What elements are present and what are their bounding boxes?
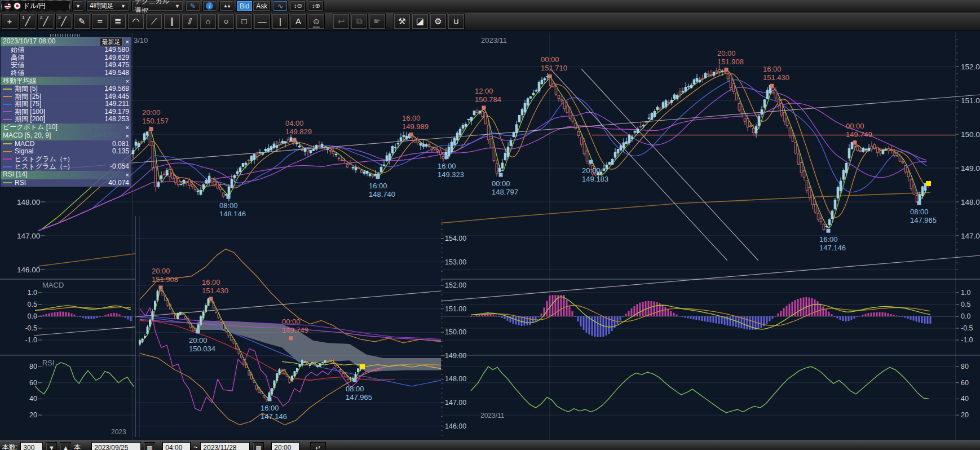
panel-drag-handle[interactable] xyxy=(50,34,80,37)
count-down-button[interactable]: ▼ xyxy=(46,442,57,450)
zoom-in-icon: ↕⊕ xyxy=(312,2,320,10)
tool-caption-label: icon xyxy=(308,25,324,29)
rectangle-tool-button[interactable]: □ xyxy=(236,14,253,29)
ellipse-tool-button[interactable]: ○ xyxy=(218,14,235,29)
pentagon-tool-button[interactable]: ⌂ xyxy=(200,14,217,29)
macd-histogram-bar xyxy=(803,297,805,316)
trendline3-tool-button[interactable]: ╱3 xyxy=(55,14,72,29)
date-to-input[interactable]: 2023/11/28 xyxy=(200,442,250,450)
apply-range-button[interactable]: ↵ xyxy=(310,442,326,450)
parallel-lines-tool-button[interactable]: ＝ xyxy=(91,14,108,29)
macd-histogram-bar xyxy=(102,316,104,316)
chart-text: 20 xyxy=(29,411,37,419)
macd-histogram-bar xyxy=(125,316,126,318)
chart-text: 08:00 xyxy=(219,201,238,210)
indicator-label: ヒストグラム（+） xyxy=(15,156,129,164)
chart-text: 08:00 xyxy=(910,208,929,216)
chart-text: 3/10 xyxy=(134,36,148,45)
macd-histogram-bar xyxy=(116,314,118,316)
macd-histogram-bar xyxy=(693,316,695,319)
magnet-tool-button[interactable]: ∪ xyxy=(448,14,465,29)
indicator-label: Signal xyxy=(15,148,112,156)
close-icon[interactable]: × xyxy=(126,172,129,178)
macd-histogram-bar xyxy=(513,316,514,324)
chart-text: 20:00 xyxy=(582,166,601,175)
date-from-input[interactable]: 2023/09/25 xyxy=(91,442,141,450)
chart-canvas[interactable]: 00:00149.70820:00150.15704:00149.82916:0… xyxy=(0,0,980,450)
macd-histogram-bar xyxy=(893,315,895,316)
trendline2-tool-button[interactable]: ╱2 xyxy=(37,14,54,29)
horizontal-line-tool-icon: — xyxy=(258,16,267,26)
macd-histogram-bar xyxy=(930,316,932,324)
macd-histogram-bar xyxy=(907,316,909,319)
info-button[interactable]: i xyxy=(202,1,217,11)
macd-histogram-bar xyxy=(769,316,771,321)
history-tool-button[interactable]: ↩ xyxy=(333,14,350,29)
macd-histogram-bar xyxy=(780,311,782,316)
time-from-input[interactable]: 04:00 xyxy=(162,442,191,450)
macd-histogram-bar xyxy=(840,316,841,320)
chart-text: 149.749 xyxy=(846,130,872,139)
swing-marker xyxy=(293,138,297,142)
close-icon[interactable]: × xyxy=(126,133,129,139)
inset-chart[interactable]: 20:00151.90816:00151.43000:00149.74920:0… xyxy=(111,216,466,437)
indicator-row: 期間 [5]149.568 xyxy=(1,85,131,93)
icon-stamp-tool-button[interactable]: ☺icon xyxy=(308,14,325,29)
tick-chart-button[interactable]: ∿ xyxy=(273,1,288,11)
indicator-value: 149.548 xyxy=(105,69,129,77)
vertical-line-tool-button[interactable]: | xyxy=(272,14,289,29)
gann-fan-tool-button[interactable]: ⟋ xyxy=(145,14,162,29)
macd-histogram-bar xyxy=(761,316,762,328)
close-icon[interactable]: × xyxy=(126,78,129,84)
fan-arc-tool-button[interactable]: ◠ xyxy=(127,14,144,29)
indicator-row: 期間 [200]148.253 xyxy=(1,116,131,123)
trendline1-tool-button[interactable]: ╱1 xyxy=(19,14,36,29)
chart-text: 151.908 xyxy=(152,275,178,284)
latest-price-marker xyxy=(926,181,931,186)
macd-histogram-bar xyxy=(789,304,791,316)
macd-histogram-bar xyxy=(527,316,528,325)
ask-button[interactable]: Ask xyxy=(253,1,271,11)
settings-list-tool-button[interactable]: ⚙ xyxy=(430,14,447,29)
indicator-row: 期間 [100]149.179 xyxy=(1,108,131,116)
count-up-button[interactable]: ▲ xyxy=(60,442,71,450)
swing-marker xyxy=(482,105,486,109)
area-chart-button[interactable]: ▲▲ xyxy=(219,1,234,11)
vertical-lines-tool-button[interactable]: ∥ xyxy=(164,14,180,29)
technical-selector[interactable]: テクニカル選択 ▼ xyxy=(131,1,183,11)
copy-tool-button[interactable]: ⧉ xyxy=(351,14,368,29)
macd-histogram-bar xyxy=(57,312,59,316)
ellipse-tool-icon: ○ xyxy=(223,16,228,26)
pair-selector[interactable]: ドル/円 xyxy=(1,1,70,11)
zoom-in-button[interactable]: ↕⊕ xyxy=(308,1,324,11)
zoom-out-button[interactable]: ↕⊖ xyxy=(290,1,306,11)
close-icon[interactable]: × xyxy=(126,39,129,45)
horizontal-line-tool-button[interactable]: — xyxy=(254,14,271,29)
bid-button[interactable]: Bid xyxy=(236,1,253,11)
calendar-from-icon[interactable]: ▦ xyxy=(144,442,155,450)
indicator-data-panel[interactable]: 2023/10/17 08:00 最新足 × 始値149.580高値149.62… xyxy=(1,37,131,187)
draw-mode-button[interactable]: ✎ xyxy=(186,1,200,11)
wrench-tool-button[interactable]: ⚒ xyxy=(394,14,410,29)
pen-tool-button[interactable]: ✎ xyxy=(73,14,90,29)
chart-text: 2023 xyxy=(111,428,126,436)
macd-histogram-bar xyxy=(119,314,121,316)
crosshair-tool-button[interactable]: + xyxy=(1,14,18,29)
pair-dropdown-button[interactable]: ▼ xyxy=(72,1,84,11)
timeframe-selector[interactable]: 4時間足 ▼ xyxy=(86,1,129,11)
hand-tool-button[interactable]: ☛ xyxy=(369,14,386,29)
eraser-tool-button[interactable]: ◪ xyxy=(412,14,429,29)
swing-marker xyxy=(445,155,449,159)
speed-lines-tool-button[interactable]: ⫽ xyxy=(182,14,198,29)
multi-lines-tool-button[interactable]: ≣ xyxy=(109,14,126,29)
chart-text: 151.908 xyxy=(717,58,744,66)
time-to-input[interactable]: 20:00 xyxy=(271,442,299,450)
calendar-to-icon[interactable]: ▦ xyxy=(253,442,264,450)
chart-text: 00:00 xyxy=(282,317,301,326)
close-icon[interactable]: × xyxy=(126,125,129,130)
count-input[interactable]: 300 xyxy=(20,442,43,450)
text-tool-button[interactable]: A xyxy=(290,14,307,29)
gann-fan-tool-icon: ⟋ xyxy=(151,16,157,27)
latest-bar-badge[interactable]: 最新足 xyxy=(100,38,123,46)
macd-histogram-bar xyxy=(721,316,723,324)
